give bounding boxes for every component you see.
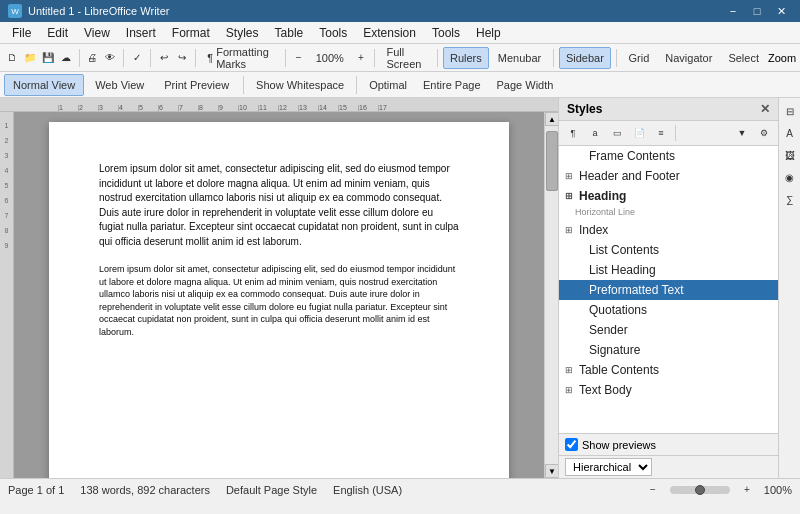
maximize-button[interactable]: □ [746,0,768,22]
navigator-button[interactable]: Navigator [658,47,719,69]
main-toolbar: 🗋 📁 💾 ☁ 🖨 👁 ✓ ↩ ↪ ¶ Formatting Marks − 1… [0,44,800,72]
grid-button[interactable]: Grid [622,47,657,69]
normal-view-button[interactable]: Normal View [4,74,84,96]
web-view-button[interactable]: Web View [86,74,153,96]
show-whitespace-button[interactable]: Show Whitespace [249,74,351,96]
show-previews-checkbox[interactable] [565,438,578,451]
styles-settings-button[interactable]: ⚙ [754,124,774,142]
optimal-button[interactable]: Optimal [362,74,414,96]
menu-view[interactable]: View [76,22,118,43]
scroll-down-button[interactable]: ▼ [545,464,558,478]
properties-icon-button[interactable]: ⊟ [781,102,799,120]
zoom-out-status-button[interactable]: − [642,479,664,501]
sidebar-title: Styles [567,102,602,116]
document-page[interactable]: Lorem ipsum dolor sit amet, consectetur … [49,122,509,478]
menu-table[interactable]: Table [267,22,312,43]
minimize-button[interactable]: − [722,0,744,22]
save-remote-button[interactable]: ☁ [58,47,74,69]
style-table-contents[interactable]: ⊞ Table Contents [559,360,778,380]
redo-button[interactable]: ↪ [174,47,190,69]
menu-tools2[interactable]: Tools [424,22,468,43]
styles-toolbar: ¶ a ▭ 📄 ≡ ▼ ⚙ [559,121,778,146]
sidebar-header: Styles ✕ [559,98,778,121]
styles-footer: Show previews [559,433,778,455]
character-styles-button[interactable]: a [585,124,605,142]
zoom-out-button[interactable]: − [291,47,307,69]
style-quotations[interactable]: Quotations [559,300,778,320]
word-count: 138 words, 892 characters [80,484,210,496]
entire-page-button[interactable]: Entire Page [416,74,487,96]
menu-bar: File Edit View Insert Format Styles Tabl… [0,22,800,44]
spell-check-button[interactable]: ✓ [129,47,145,69]
styles-dropdown[interactable]: Hierarchical [565,458,652,476]
print-preview-button[interactable]: Print Preview [155,74,238,96]
vertical-scrollbar[interactable]: ▲ ▼ [544,112,558,478]
styles-sidebar: Styles ✕ ¶ a ▭ 📄 ≡ ▼ ⚙ Frame Contents ⊞ … [558,98,778,478]
sidebar-button[interactable]: Sidebar [559,47,611,69]
list-styles-button[interactable]: ≡ [651,124,671,142]
horizontal-ruler: 1 2 3 4 5 6 7 8 9 10 11 12 13 14 15 16 1… [0,98,558,112]
horizontal-line-label: Horizontal Line [559,206,778,220]
full-screen-button[interactable]: Full Screen [380,47,433,69]
zoom-level[interactable]: 100% [309,47,351,69]
style-text-body[interactable]: ⊞ Text Body [559,380,778,400]
select-button[interactable]: Select [721,47,766,69]
zoom-in-button[interactable]: + [353,47,369,69]
new-button[interactable]: 🗋 [4,47,20,69]
document-scroll[interactable]: Lorem ipsum dolor sit amet, consectetur … [14,112,544,478]
formatting-marks-button[interactable]: ¶ Formatting Marks [200,47,280,69]
navigator-side-button[interactable]: ◉ [781,168,799,186]
menu-edit[interactable]: Edit [39,22,76,43]
menu-file[interactable]: File [4,22,39,43]
style-preformatted-text[interactable]: Preformatted Text [559,280,778,300]
menu-help[interactable]: Help [468,22,509,43]
functions-icon-button[interactable]: ∑ [781,190,799,208]
scroll-thumb[interactable] [546,131,558,191]
page-styles-button[interactable]: 📄 [629,124,649,142]
open-button[interactable]: 📁 [22,47,38,69]
main-area: 1 2 3 4 5 6 7 8 9 10 11 12 13 14 15 16 1… [0,98,800,478]
language: English (USA) [333,484,402,496]
style-index[interactable]: ⊞ Index [559,220,778,240]
style-heading[interactable]: ⊞ Heading [559,186,778,206]
close-button[interactable]: ✕ [770,0,792,22]
style-list-heading[interactable]: List Heading [559,260,778,280]
page-width-button[interactable]: Page Width [490,74,561,96]
expand-icon-tb: ⊞ [565,385,575,395]
menubar-button[interactable]: Menubar [491,47,548,69]
view-toolbar: Normal View Web View Print Preview Show … [0,72,800,98]
print-button[interactable]: 🖨 [84,47,100,69]
style-sender[interactable]: Sender [559,320,778,340]
style-frame-contents[interactable]: Frame Contents [559,146,778,166]
window-title: Untitled 1 - LibreOffice Writer [28,5,169,17]
print-preview-tb-button[interactable]: 👁 [102,47,118,69]
frame-styles-button[interactable]: ▭ [607,124,627,142]
style-signature[interactable]: Signature [559,340,778,360]
title-bar: W Untitled 1 - LibreOffice Writer − □ ✕ [0,0,800,22]
sidebar-close-button[interactable]: ✕ [760,102,770,116]
menu-format[interactable]: Format [164,22,218,43]
rulers-button[interactable]: Rulers [443,47,489,69]
zoom-in-status-button[interactable]: + [736,479,758,501]
status-bar: Page 1 of 1 138 words, 892 characters De… [0,478,800,500]
menu-tools[interactable]: Tools [311,22,355,43]
style-header-footer[interactable]: ⊞ Header and Footer [559,166,778,186]
paragraph-styles-button[interactable]: ¶ [563,124,583,142]
gallery-icon-button[interactable]: 🖼 [781,146,799,164]
page-style: Default Page Style [226,484,317,496]
styles-menu-button[interactable]: ▼ [732,124,752,142]
scroll-up-button[interactable]: ▲ [545,112,558,126]
save-button[interactable]: 💾 [40,47,56,69]
vertical-ruler: 1 2 3 4 5 6 7 8 9 [0,112,14,478]
menu-insert[interactable]: Insert [118,22,164,43]
zoom-slider[interactable] [670,486,730,494]
paragraph-1[interactable]: Lorem ipsum dolor sit amet, consectetur … [99,162,459,249]
menu-extension[interactable]: Extension [355,22,424,43]
styles-icon-button[interactable]: A [781,124,799,142]
style-list-contents[interactable]: List Contents [559,240,778,260]
paragraph-2[interactable]: Lorem ipsum dolor sit amet, consectetur … [99,263,459,339]
undo-button[interactable]: ↩ [156,47,172,69]
menu-styles[interactable]: Styles [218,22,267,43]
zoom-thumb[interactable] [695,485,705,495]
scroll-track[interactable] [545,126,558,464]
